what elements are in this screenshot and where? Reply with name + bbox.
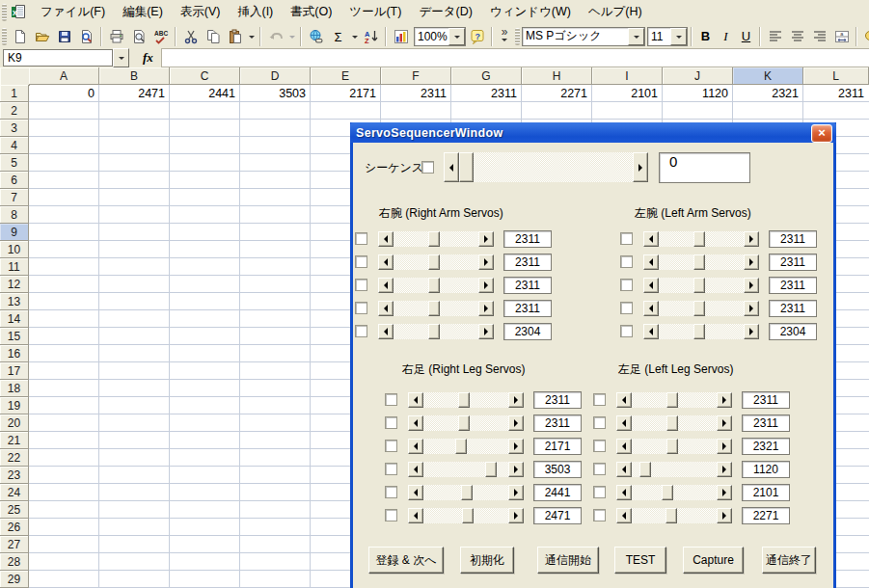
left-leg-servo-checkbox-5[interactable] [593, 486, 606, 498]
column-header-G[interactable]: G [451, 67, 522, 85]
right-leg-servo-1-scroll-left-button[interactable] [408, 392, 423, 408]
right-arm-servo-4-scrollbar-track[interactable] [394, 301, 478, 316]
toolbar-overflow-button[interactable]: » [496, 26, 513, 47]
sequence-scroll-right-button[interactable] [633, 152, 648, 182]
left-leg-servo-checkbox-3[interactable] [593, 440, 606, 452]
right-leg-servo-3-scrollbar-thumb[interactable] [455, 439, 467, 454]
chart-wizard-icon[interactable] [390, 26, 412, 47]
left-leg-servo-2-scrollbar-track[interactable] [632, 415, 717, 431]
row-header-21[interactable]: 21 [0, 432, 29, 449]
right-leg-servo-checkbox-5[interactable] [385, 486, 397, 498]
right-arm-servo-checkbox-5[interactable] [355, 325, 367, 337]
undo-dropdown-icon[interactable] [286, 26, 297, 47]
right-leg-servo-value-field-6[interactable] [533, 507, 582, 524]
left-arm-servo-4-scrollbar-thumb[interactable] [693, 301, 705, 316]
autosum-icon[interactable]: Σ [327, 26, 349, 47]
left-arm-servo-3-scrollbar-thumb[interactable] [693, 278, 705, 293]
zoom-combo[interactable]: 100% [414, 27, 466, 46]
right-leg-servo-4-scroll-left-button[interactable] [408, 462, 423, 477]
left-leg-servo-value-field-4[interactable] [742, 461, 790, 478]
row-header-1[interactable]: 1 [0, 85, 29, 102]
left-leg-servo-5-scroll-right-button[interactable] [717, 485, 732, 500]
row-header-2[interactable]: 2 [0, 102, 29, 120]
left-leg-servo-2-scroll-left-button[interactable] [616, 415, 632, 431]
size-dropdown-icon[interactable] [670, 28, 687, 45]
select-all-corner[interactable] [0, 67, 30, 86]
right-leg-servo-checkbox-3[interactable] [385, 440, 397, 452]
left-leg-servo-1-scrollbar-thumb[interactable] [666, 392, 678, 408]
open-folder-icon[interactable] [31, 26, 53, 47]
left-arm-servo-value-field-3[interactable] [769, 277, 817, 294]
left-leg-servo-checkbox-2[interactable] [593, 416, 606, 429]
row-header-27[interactable]: 27 [0, 536, 29, 553]
bold-button[interactable]: B [695, 26, 716, 47]
column-header-E[interactable]: E [311, 67, 381, 85]
right-arm-servo-5-scrollbar-track[interactable] [394, 324, 478, 339]
left-leg-servo-5-scrollbar-track[interactable] [632, 485, 717, 500]
right-arm-servo-3-scroll-left-button[interactable] [378, 278, 394, 293]
italic-button[interactable]: I [716, 26, 736, 47]
right-arm-servo-2-scrollbar-track[interactable] [394, 254, 478, 270]
row-header-7[interactable]: 7 [0, 189, 29, 206]
left-arm-servo-3-scroll-left-button[interactable] [643, 278, 659, 293]
right-leg-servo-checkbox-4[interactable] [385, 463, 397, 475]
column-header-C[interactable]: C [170, 67, 240, 85]
right-leg-servo-2-scrollbar-thumb[interactable] [458, 415, 470, 431]
column-header-D[interactable]: D [240, 67, 311, 85]
cut-icon[interactable] [179, 26, 202, 47]
right-arm-servo-2-scrollbar-thumb[interactable] [428, 254, 440, 270]
right-arm-servo-4-scroll-right-button[interactable] [478, 301, 494, 316]
right-leg-servo-6-scrollbar-thumb[interactable] [462, 508, 474, 523]
new-document-icon[interactable] [9, 26, 31, 47]
row-header-19[interactable]: 19 [0, 397, 29, 414]
left-leg-servo-value-field-2[interactable] [742, 414, 790, 432]
left-arm-servo-checkbox-5[interactable] [620, 325, 633, 337]
row-header-20[interactable]: 20 [0, 414, 29, 432]
column-header-J[interactable]: J [663, 67, 733, 85]
left-leg-servo-1-scroll-left-button[interactable] [616, 392, 632, 408]
left-arm-servo-value-field-5[interactable] [769, 323, 817, 340]
left-arm-servo-value-field-2[interactable] [769, 254, 817, 271]
left-arm-servo-4-scrollbar-track[interactable] [659, 301, 744, 316]
dialog-titlebar[interactable]: ServoSequencerWindow × [350, 122, 836, 143]
left-arm-servo-1-scrollbar-track[interactable] [659, 231, 744, 247]
sequence-scroll-left-button[interactable] [444, 152, 459, 182]
left-arm-servo-4-scroll-left-button[interactable] [643, 301, 659, 316]
toolbar-drag-handle[interactable] [515, 28, 520, 45]
left-arm-servo-1-scroll-right-button[interactable] [744, 231, 759, 247]
left-arm-servo-2-scrollbar-track[interactable] [659, 254, 744, 270]
right-leg-servo-1-scrollbar-thumb[interactable] [458, 392, 470, 408]
right-arm-servo-1-scrollbar-track[interactable] [394, 231, 478, 247]
comm-end-button[interactable]: 通信終了 [762, 547, 816, 574]
right-arm-servo-value-field-4[interactable] [503, 300, 552, 317]
right-leg-servo-2-scroll-right-button[interactable] [508, 415, 524, 431]
align-right-icon[interactable] [808, 26, 830, 47]
left-leg-servo-6-scrollbar-thumb[interactable] [665, 508, 677, 523]
capture-button[interactable]: Capture [683, 547, 744, 574]
right-leg-servo-6-scroll-right-button[interactable] [508, 508, 524, 523]
right-leg-servo-2-scroll-left-button[interactable] [408, 415, 423, 431]
left-arm-servo-5-scroll-right-button[interactable] [744, 324, 759, 339]
autosum-dropdown-icon[interactable] [349, 26, 360, 47]
right-leg-servo-checkbox-1[interactable] [385, 393, 397, 406]
row-header-22[interactable]: 22 [0, 449, 29, 467]
right-leg-servo-value-field-1[interactable] [533, 391, 582, 409]
row-header-4[interactable]: 4 [0, 137, 29, 154]
column-header-K[interactable]: K [733, 67, 803, 85]
row-header-25[interactable]: 25 [0, 501, 29, 519]
left-leg-servo-checkbox-4[interactable] [593, 463, 606, 475]
right-leg-servo-4-scrollbar-thumb[interactable] [485, 462, 497, 477]
row-header-13[interactable]: 13 [0, 293, 29, 310]
right-leg-servo-5-scroll-right-button[interactable] [508, 485, 524, 500]
save-icon[interactable] [53, 26, 75, 47]
column-header-B[interactable]: B [99, 67, 170, 85]
help-icon[interactable]: ? [466, 26, 488, 47]
left-leg-servo-3-scrollbar-thumb[interactable] [666, 439, 678, 454]
row-header-15[interactable]: 15 [0, 328, 29, 345]
left-leg-servo-4-scroll-right-button[interactable] [717, 462, 732, 477]
row-header-12[interactable]: 12 [0, 276, 29, 293]
font-size-combo[interactable]: 11 [647, 27, 688, 46]
row-header-16[interactable]: 16 [0, 345, 29, 362]
left-leg-servo-2-scrollbar-thumb[interactable] [666, 415, 678, 431]
left-leg-servo-value-field-1[interactable] [742, 391, 790, 409]
